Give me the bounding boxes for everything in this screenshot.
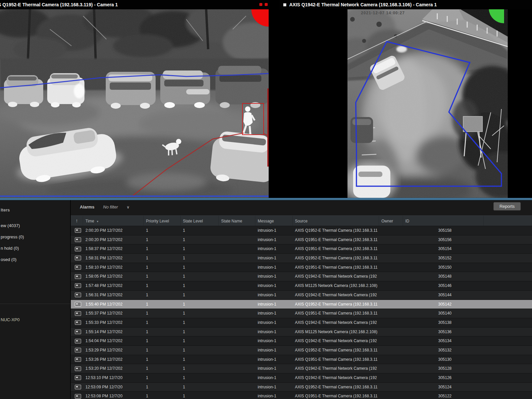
column-header-state-name[interactable]: State Name [219,216,255,226]
alarm-row[interactable]: 12:53:08 PM 12/7/2011intrusion-1AXIS Q19… [71,392,532,399]
alarm-main: Alarms No filter∨ Reports !Time▾Priority… [71,200,532,399]
alarm-icon-cell [71,254,83,263]
alarm-cell-owner [379,263,403,272]
camera-video-left[interactable] [0,9,269,198]
column-header-owner[interactable]: Owner [379,216,403,226]
alarm-row[interactable]: 1:55:33 PM 12/7/20211intrusion-1AXIS Q19… [71,318,532,328]
alarm-thumbnail-icon [75,320,81,325]
alarm-row[interactable]: 1:58:31 PM 12/7/20211intrusion-1AXIS Q19… [71,254,532,263]
sidebar-filter-item[interactable]: ew (4037) [0,220,70,231]
alarm-row[interactable]: 1:55:40 PM 12/7/20211intrusion-1AXIS Q19… [71,300,532,309]
alarm-cell-id: 305130 [403,355,484,364]
alarm-filter-dropdown[interactable]: No filter∨ [103,204,130,209]
alarm-thumbnail-icon [75,228,81,233]
sidebar-filter-item[interactable]: n hold (0) [0,243,70,254]
alarm-sidebar: lters ew (4037)progress (0)n hold (0)ose… [0,200,71,399]
alarm-cell-priority: 1 [144,346,181,355]
reports-button[interactable]: Reports [493,202,521,210]
alarm-cell-time: 12:53:10 PM 12/7/20 [83,373,144,382]
tile-selection-edge [0,196,269,197]
alarm-cell-time: 1:55:33 PM 12/7/202 [83,318,144,327]
alarm-cell-time: 1:53:20 PM 12/7/202 [83,364,144,373]
alarm-cell-owner [379,346,403,355]
alarm-row[interactable]: 1:57:48 PM 12/7/20211intrusion-1AXIS M11… [71,281,532,291]
alarm-cell-owner [379,300,403,309]
alarm-row[interactable]: 1:55:37 PM 12/7/20211intrusion-1AXIS Q19… [71,309,532,318]
alarm-icon-cell [71,373,83,382]
alarm-cell-time: 1:58:10 PM 12/7/202 [83,263,144,272]
alarm-row[interactable]: 1:53:26 PM 12/7/20211intrusion-1AXIS Q19… [71,355,532,364]
alarm-cell-priority: 1 [144,300,181,309]
alarm-cell-id: 305128 [403,364,484,373]
column-header-state-level[interactable]: State Level [181,216,219,226]
alarm-thumbnail-icon [75,348,81,352]
alarm-row[interactable]: 12:53:10 PM 12/7/2011intrusion-1AXIS Q19… [71,373,532,383]
alarm-row[interactable]: 1:53:20 PM 12/7/20211intrusion-1AXIS Q19… [71,364,532,373]
alarm-cell-message: intrusion-1 [255,281,293,290]
alarm-row[interactable]: 1:58:05 PM 12/7/20211intrusion-1AXIS Q19… [71,272,532,281]
alarm-cell-state-name [219,364,255,373]
alarm-cell-priority: 1 [144,244,181,253]
alarm-cell-source: AXIS Q1942-E Thermal Network Camera (192 [293,272,379,281]
alarm-cell-state-level: 1 [181,244,219,253]
alarm-icon-cell [71,281,83,290]
alarm-icon-cell [71,291,83,300]
alarm-cell-message: intrusion-1 [255,328,293,336]
alarm-row[interactable]: 1:58:10 PM 12/7/20211intrusion-1AXIS Q19… [71,263,532,272]
alarm-cell-state-name [219,244,255,253]
alarm-cell-state-name [219,355,255,364]
alarm-cell-owner [379,364,403,373]
alarm-indicator-icon [259,3,262,6]
alarm-row[interactable]: 2:00:20 PM 12/7/20211intrusion-1AXIS Q19… [71,226,532,235]
alarm-cell-priority: 1 [144,336,181,345]
sidebar-filter-item[interactable]: osed (0) [0,254,70,265]
alarm-row[interactable]: 1:53:29 PM 12/7/20211intrusion-1AXIS Q19… [71,346,532,355]
column-header-time[interactable]: Time▾ [83,216,144,226]
alarm-cell-state-level: 1 [181,336,219,345]
alarm-icon-cell [71,364,83,373]
camera-video-right[interactable]: 2021-12-07 14:00:27 [279,9,532,198]
alarm-thumbnail-icon [75,247,81,251]
alarm-cell-time: 1:55:37 PM 12/7/202 [83,309,144,318]
column-header-source[interactable]: Source [293,216,379,226]
alarm-row[interactable]: 1:56:31 PM 12/7/20211intrusion-1AXIS Q19… [71,291,532,300]
alarm-row[interactable]: 12:53:09 PM 12/7/2011intrusion-1AXIS Q19… [71,383,532,392]
column-header-id[interactable]: ID [403,216,484,226]
alarm-thumbnail-icon [75,293,81,297]
sidebar-server-item[interactable]: NUC-XP0 [1,317,20,322]
alarm-cell-message: intrusion-1 [255,263,293,272]
alarm-cell-id: 305138 [403,318,484,327]
panel-splitter[interactable] [0,198,532,200]
alarm-icon-cell [71,235,83,244]
alarm-cell-priority: 1 [144,392,181,399]
camera-title-right: AXIS Q1942-E Thermal Network Camera (192… [289,2,437,7]
alarm-row[interactable]: 1:58:37 PM 12/7/20211intrusion-1AXIS Q19… [71,244,532,254]
alarm-cell-message: intrusion-1 [255,336,293,345]
alarm-cell-id: 305144 [403,291,484,300]
alarm-cell-owner [379,383,403,392]
alarm-table-body: 2:00:20 PM 12/7/20211intrusion-1AXIS Q19… [71,226,532,399]
alarm-cell-source: AXIS Q1951-E Thermal Camera (192.168.3.1… [293,244,379,253]
alarm-cell-state-name [219,291,255,300]
alarm-row[interactable]: 2:00:20 PM 12/7/20211intrusion-1AXIS Q19… [71,235,532,245]
alarm-cell-source: AXIS Q1951-E Thermal Camera (192.168.3.1… [293,392,379,399]
alarm-cell-state-level: 1 [181,235,219,244]
alarm-thumbnail-icon [75,394,81,399]
alarm-cell-state-level: 1 [181,254,219,263]
alarm-cell-state-level: 1 [181,346,219,355]
alarm-cell-message: intrusion-1 [255,318,293,327]
alarm-cell-id: 305122 [403,392,484,399]
alarm-row[interactable]: 1:55:14 PM 12/7/20211intrusion-1AXIS M11… [71,328,532,337]
column-header-message[interactable]: Message [255,216,293,226]
alarm-cell-state-name [219,373,255,382]
column-header--[interactable]: ! [71,216,83,226]
alarm-cell-priority: 1 [144,235,181,244]
alarm-cell-state-name [219,346,255,355]
alarm-cell-state-name [219,318,255,327]
alarm-cell-source: AXIS Q1942-E Thermal Network Camera (192 [293,336,379,345]
alarm-row[interactable]: 1:54:04 PM 12/7/20211intrusion-1AXIS Q19… [71,336,532,346]
alarm-thumbnail-icon [75,357,81,362]
column-header-priority-level[interactable]: Priority Level [144,216,181,226]
sidebar-filter-item[interactable]: progress (0) [0,231,70,243]
alarm-cell-state-name [219,281,255,290]
